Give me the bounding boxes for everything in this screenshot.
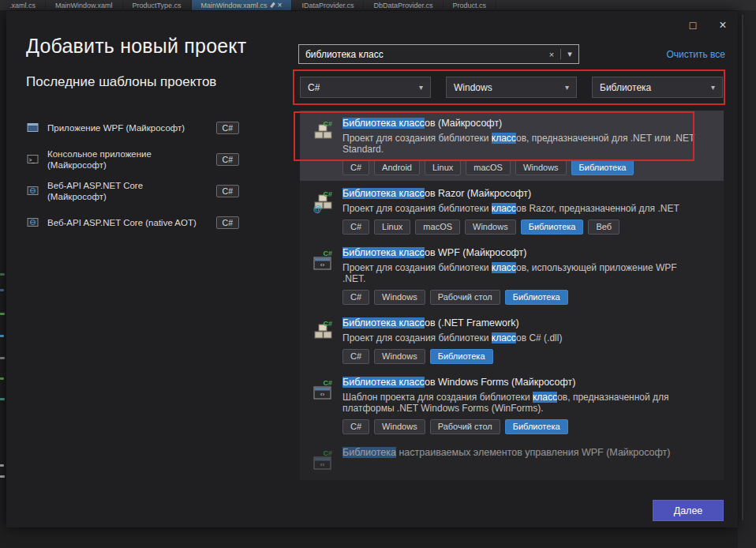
- plain-text: ов (.NET Framework): [425, 317, 519, 328]
- result-tag[interactable]: Linux: [425, 160, 461, 175]
- language-badge: C#: [216, 185, 239, 197]
- template-result-item[interactable]: C#Библиотека классов (Майкрософт)Проект …: [300, 111, 724, 181]
- search-input[interactable]: [299, 49, 543, 60]
- template-result-item[interactable]: ‹›C#Библиотека классов WPF (Майкрософт)П…: [300, 240, 724, 310]
- highlighted-match-text: Библиотека: [342, 447, 396, 458]
- editor-tab[interactable]: IDataProvider.cs: [292, 0, 364, 10]
- editor-tab[interactable]: MainWindow.xaml: [46, 0, 123, 10]
- filter-dropdown-language[interactable]: C#▾: [300, 77, 431, 98]
- editor-tab-label: Product.cs: [453, 2, 487, 9]
- result-tag[interactable]: macOS: [466, 160, 511, 175]
- highlighted-match-text: класс: [492, 332, 516, 343]
- code-glimpse: [0, 273, 5, 276]
- result-body: Библиотека классов Windows Forms (Майкро…: [342, 376, 724, 434]
- dropdown-selected-value: Windows: [454, 82, 492, 93]
- result-tag[interactable]: Библиотека: [521, 220, 584, 235]
- result-body: Библиотека классов Razor (Майкрософт)Про…: [342, 187, 724, 235]
- recent-template-label-line: Приложение WPF (Майкрософт): [47, 122, 209, 133]
- result-tag[interactable]: Windows: [374, 349, 425, 364]
- search-dropdown-icon[interactable]: ▾: [561, 49, 578, 59]
- recent-template-item[interactable]: Веб-API ASP.NET Core (native AOT)C#: [26, 212, 239, 234]
- web-api-icon: [26, 216, 40, 230]
- result-description: Проект для создания библиотеки классов, …: [342, 262, 699, 284]
- result-tag[interactable]: C#: [342, 220, 369, 235]
- svg-text:C#: C#: [323, 320, 332, 328]
- highlighted-match-text: Библиотека класс: [342, 118, 425, 129]
- template-result-item[interactable]: C#@Библиотека классов Razor (Майкрософт)…: [300, 181, 724, 240]
- close-button[interactable]: ×: [711, 15, 735, 36]
- result-tag[interactable]: Библиотека: [505, 290, 568, 305]
- result-tag[interactable]: Библиотека: [430, 349, 493, 364]
- result-tag[interactable]: C#: [342, 349, 369, 364]
- wpf-custom-control-library-icon: ‹›C#: [309, 448, 336, 475]
- editor-tab-label: DbDataProvider.cs: [373, 2, 432, 9]
- result-description: Проект для создания библиотеки классов R…: [342, 203, 699, 214]
- recent-template-item[interactable]: Веб-API ASP.NET Core(Майкрософт)C#: [26, 180, 239, 202]
- code-glimpse: [0, 464, 4, 467]
- next-button[interactable]: Далее: [653, 500, 724, 521]
- tab-close-icon[interactable]: ×: [278, 1, 283, 9]
- clear-search-icon[interactable]: ×: [543, 50, 560, 59]
- recent-templates-list: Приложение WPF (Майкрософт)C#>_Консольно…: [26, 117, 239, 234]
- close-icon: ×: [719, 18, 726, 32]
- code-glimpse: [0, 313, 5, 315]
- result-tag[interactable]: Библиотека: [571, 160, 634, 175]
- recent-template-item[interactable]: Приложение WPF (Майкрософт)C#: [26, 117, 239, 139]
- result-tag[interactable]: Рабочий стол: [430, 419, 500, 434]
- highlighted-match-text: Библиотека класс: [342, 188, 425, 199]
- plain-text: Шаблон проекта для создания библиотеки: [342, 392, 533, 403]
- result-tag[interactable]: C#: [342, 290, 369, 305]
- result-tag[interactable]: Linux: [374, 220, 410, 235]
- svg-text:C#: C#: [323, 379, 332, 387]
- result-tag[interactable]: Рабочий стол: [430, 290, 500, 305]
- wpf-app-icon: [26, 121, 40, 135]
- editor-tab[interactable]: DbDataProvider.cs: [364, 0, 443, 10]
- clear-all-link[interactable]: Очистить все: [667, 49, 725, 60]
- highlighted-match-text: класс: [533, 392, 557, 403]
- result-tag[interactable]: Android: [374, 160, 420, 175]
- highlighted-match-text: Библиотека класс: [342, 377, 425, 388]
- result-description: Проект для создания библиотеки классов, …: [342, 133, 699, 155]
- scrollbar[interactable]: [742, 15, 743, 520]
- result-tag[interactable]: Библиотека: [505, 419, 568, 434]
- recent-template-label-line: Веб-API ASP.NET Core: [47, 180, 209, 191]
- editor-tab-label: MainWindow.xaml.cs: [201, 2, 268, 9]
- results-list: C#Библиотека классов (Майкрософт)Проект …: [300, 111, 724, 480]
- result-tag[interactable]: macOS: [415, 220, 460, 235]
- template-result-item[interactable]: C#Библиотека классов (.NET Framework)Про…: [300, 310, 724, 370]
- result-tag[interactable]: C#: [342, 160, 369, 175]
- highlighted-match-text: класс: [492, 203, 516, 214]
- template-result-item[interactable]: ‹›C#Библиотека настраиваемых элементов у…: [300, 440, 724, 480]
- wpf-class-library-icon: ‹›C#: [309, 248, 336, 275]
- result-title: Библиотека классов Windows Forms (Майкро…: [342, 376, 709, 388]
- result-tag[interactable]: Windows: [465, 220, 516, 235]
- result-title: Библиотека классов WPF (Майкрософт): [342, 246, 709, 259]
- editor-tab[interactable]: Product.cs: [443, 0, 497, 10]
- plain-text: ов Windows Forms (Майкрософт): [425, 377, 575, 388]
- maximize-button[interactable]: □: [681, 15, 705, 36]
- editor-tab[interactable]: ProductType.cs: [123, 0, 192, 10]
- editor-tab[interactable]: MainWindow.xaml.cs×: [192, 0, 293, 10]
- filter-dropdown-platform[interactable]: Windows▾: [446, 77, 577, 98]
- code-glimpse: [0, 377, 4, 380]
- winforms-class-library-icon: ‹›C#: [309, 377, 336, 404]
- plain-text: Проект для создания библиотеки: [342, 203, 492, 214]
- result-body: Библиотека классов (Майкрософт)Проект дл…: [342, 117, 724, 175]
- template-result-item[interactable]: ‹›C#Библиотека классов Windows Forms (Ма…: [300, 370, 724, 440]
- filter-dropdown-project-type[interactable]: Библиотека▾: [592, 77, 723, 98]
- template-search-box: × ▾: [298, 44, 579, 64]
- result-tag[interactable]: Windows: [374, 290, 425, 305]
- result-tag[interactable]: C#: [342, 419, 369, 434]
- result-tag[interactable]: Windows: [374, 419, 425, 434]
- screen: .xaml.csMainWindow.xamlProductType.csMai…: [0, 0, 756, 548]
- pin-icon[interactable]: [270, 2, 275, 8]
- recent-template-label: Консольное приложение(Майкрософт): [47, 148, 209, 171]
- editor-tab[interactable]: .xaml.cs: [0, 0, 46, 10]
- result-tag[interactable]: Windows: [515, 160, 567, 175]
- result-tag[interactable]: Веб: [588, 220, 619, 235]
- result-title: Библиотека классов (.NET Framework): [342, 317, 709, 329]
- recent-template-label-line: (Майкрософт): [47, 160, 209, 171]
- recent-template-item[interactable]: >_Консольное приложение(Майкрософт)C#: [26, 148, 239, 171]
- svg-text:C#: C#: [323, 449, 332, 457]
- plain-text: Проект для создания библиотеки: [342, 332, 492, 343]
